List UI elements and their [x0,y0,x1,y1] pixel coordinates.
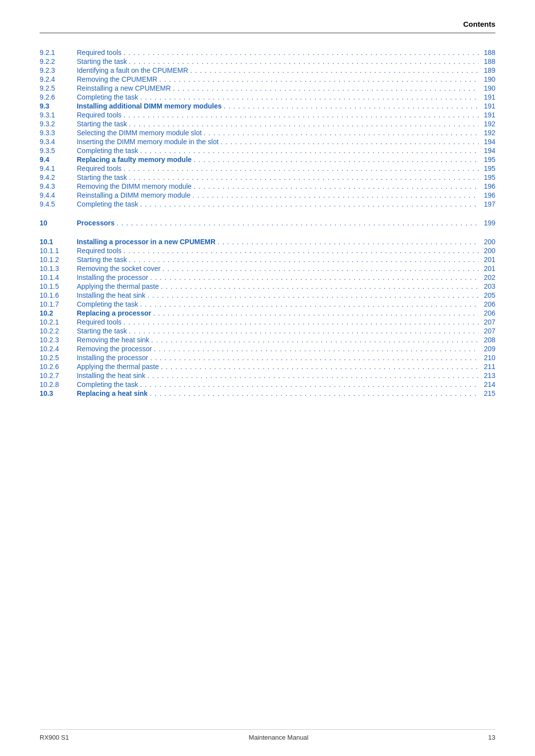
list-item[interactable]: 9.3.1Required tools . . . . . . . . . . … [40,110,495,119]
entry-dots: . . . . . . . . . . . . . . . . . . . . … [151,336,479,344]
entry-number: 10.1.7 [40,300,77,308]
list-item[interactable]: 10.1.5Applying the thermal paste . . . .… [40,282,495,291]
entry-label: Removing the heat sink [77,336,149,344]
entry-dots: . . . . . . . . . . . . . . . . . . . . … [123,164,479,172]
list-item[interactable]: 10.2.1Required tools . . . . . . . . . .… [40,318,495,326]
list-item[interactable]: 10.1.3Removing the socket cover . . . . … [40,264,495,273]
entry-page: 196 [481,191,495,199]
entry-content: Reinstalling a new CPUMEMR . . . . . . .… [77,84,495,92]
list-item[interactable]: 9.4.5Completing the task . . . . . . . .… [40,200,495,209]
entry-dots: . . . . . . . . . . . . . . . . . . . . … [193,191,479,199]
list-item[interactable]: 10.2.5Installing the processor . . . . .… [40,353,495,362]
list-item[interactable]: 10.1.1Required tools . . . . . . . . . .… [40,246,495,255]
entry-page: 201 [481,256,495,264]
entry-label: Installing the processor [77,354,148,362]
list-item[interactable]: 9.4.2Starting the task . . . . . . . . .… [40,173,495,182]
list-item[interactable]: 10.2.7Installing the heat sink . . . . .… [40,371,495,380]
list-item[interactable]: 9.4.4Reinstalling a DIMM memory module .… [40,191,495,200]
entry-number: 10.2.4 [40,345,77,353]
entry-page: 190 [481,75,495,83]
entry-number: 9.4.4 [40,191,77,199]
entry-number: 10.2.6 [40,363,77,371]
entry-number: 9.3.1 [40,111,77,119]
list-item[interactable]: 10.1.4Installing the processor . . . . .… [40,273,495,282]
entry-content: Removing the socket cover . . . . . . . … [77,265,495,272]
entry-content: Reinstalling a DIMM memory module . . . … [77,191,495,199]
list-item[interactable]: 10Processors . . . . . . . . . . . . . .… [40,218,495,227]
footer-left: RX900 S1 [40,734,69,741]
list-item[interactable]: 9.4.3Removing the DIMM memory module . .… [40,182,495,191]
entry-dots: . . . . . . . . . . . . . . . . . . . . … [150,389,479,397]
entry-content: Removing the heat sink . . . . . . . . .… [77,336,495,344]
entry-number: 9.3.4 [40,138,77,146]
entry-page: 195 [481,164,495,172]
entry-label: Installing additional DIMM memory module… [77,102,221,110]
list-item[interactable]: 9.2.2Starting the task . . . . . . . . .… [40,57,495,66]
list-item[interactable]: 9.2.1Required tools . . . . . . . . . . … [40,48,495,57]
list-item[interactable]: 10.1Installing a processor in a new CPUM… [40,237,495,246]
entry-dots: . . . . . . . . . . . . . . . . . . . . … [150,273,479,281]
entry-dots: . . . . . . . . . . . . . . . . . . . . … [217,238,479,246]
entry-content: Required tools . . . . . . . . . . . . .… [77,49,495,56]
entry-label: Required tools [77,49,121,56]
entry-number: 10.1.2 [40,256,77,264]
list-item[interactable]: 10.2.3Removing the heat sink . . . . . .… [40,335,495,344]
entry-label: Replacing a heat sink [77,389,148,397]
entry-page: 192 [481,129,495,137]
list-item[interactable]: 10.1.7Completing the task . . . . . . . … [40,300,495,309]
list-item[interactable]: 9.3.4Inserting the DIMM memory module in… [40,137,495,146]
entry-dots: . . . . . . . . . . . . . . . . . . . . … [194,182,479,190]
entry-label: Applying the thermal paste [77,363,159,371]
entry-number: 10.1.1 [40,247,77,255]
footer-right: 13 [488,734,495,741]
entry-label: Applying the thermal paste [77,282,159,290]
list-item[interactable]: 9.2.5Reinstalling a new CPUMEMR . . . . … [40,84,495,93]
list-item[interactable]: 10.3Replacing a heat sink . . . . . . . … [40,389,495,398]
entry-dots: . . . . . . . . . . . . . . . . . . . . … [148,372,479,379]
entry-content: Replacing a faulty memory module . . . .… [77,156,495,163]
entry-number: 10.2.5 [40,354,77,362]
entry-page: 203 [481,282,495,290]
entry-number: 10.1 [40,238,77,246]
entry-content: Installing additional DIMM memory module… [77,102,495,110]
entry-label: Reinstalling a new CPUMEMR [77,84,171,92]
entry-page: 210 [481,354,495,362]
list-item[interactable]: 9.3.2Starting the task . . . . . . . . .… [40,119,495,128]
entry-page: 202 [481,273,495,281]
list-item[interactable]: 9.3Installing additional DIMM memory mod… [40,102,495,110]
entry-content: Installing the heat sink . . . . . . . .… [77,372,495,379]
list-item[interactable]: 10.2.2Starting the task . . . . . . . . … [40,326,495,335]
entry-number: 9.4.5 [40,200,77,208]
entry-label: Required tools [77,247,121,255]
entry-label: Replacing a faulty memory module [77,156,192,163]
list-item[interactable]: 10.2.4Removing the processor . . . . . .… [40,344,495,353]
list-item[interactable]: 9.4.1Required tools . . . . . . . . . . … [40,164,495,173]
list-item[interactable]: 9.2.4Removing the CPUMEMR . . . . . . . … [40,75,495,84]
list-item[interactable]: 10.1.2Starting the task . . . . . . . . … [40,255,495,264]
entry-dots: . . . . . . . . . . . . . . . . . . . . … [123,49,479,56]
list-item[interactable]: 9.2.6Completing the task . . . . . . . .… [40,93,495,102]
list-item[interactable]: 10.2.6Applying the thermal paste . . . .… [40,362,495,371]
entry-label: Completing the task [77,300,138,308]
entry-dots: . . . . . . . . . . . . . . . . . . . . … [190,66,479,74]
list-item[interactable]: 10.2Replacing a processor . . . . . . . … [40,309,495,318]
entry-dots: . . . . . . . . . . . . . . . . . . . . … [161,363,479,371]
entry-page: 201 [481,265,495,272]
entry-content: Installing the processor . . . . . . . .… [77,354,495,362]
entry-dots: . . . . . . . . . . . . . . . . . . . . … [223,102,479,110]
entry-number: 10.2.7 [40,372,77,379]
list-item[interactable]: 9.4Replacing a faulty memory module . . … [40,155,495,164]
entry-content: Applying the thermal paste . . . . . . .… [77,282,495,290]
list-item[interactable]: 10.2.8Completing the task . . . . . . . … [40,380,495,389]
entry-page: 188 [481,49,495,56]
entry-label: Removing the DIMM memory module [77,182,192,190]
entry-dots: . . . . . . . . . . . . . . . . . . . . … [154,345,479,353]
entry-content: Starting the task . . . . . . . . . . . … [77,327,495,335]
list-item[interactable]: 9.3.3Selecting the DIMM memory module sl… [40,128,495,137]
entry-page: 188 [481,57,495,65]
list-item[interactable]: 9.3.5Completing the task . . . . . . . .… [40,146,495,155]
entry-number: 10.2 [40,309,77,317]
list-item[interactable]: 10.1.6Installing the heat sink . . . . .… [40,291,495,300]
list-item[interactable]: 9.2.3Identifying a fault on the CPUMEMR … [40,66,495,75]
footer-center: Maintenance Manual [249,734,309,741]
